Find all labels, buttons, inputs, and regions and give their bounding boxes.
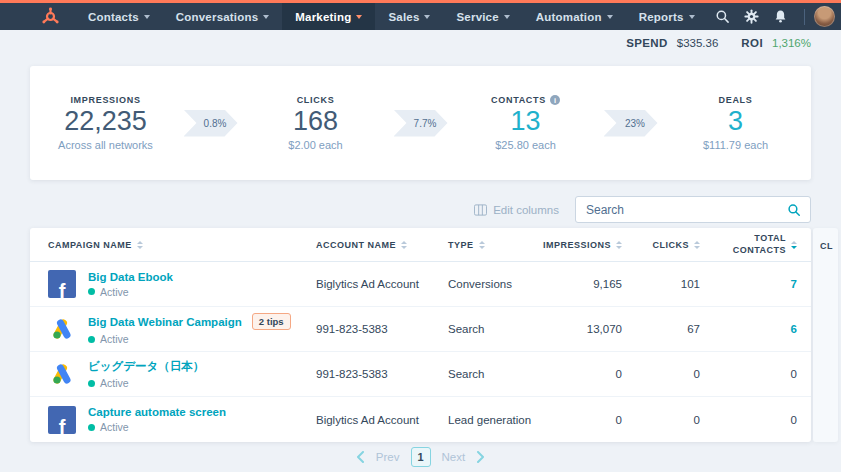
metric-label-text: CONTACTS bbox=[491, 95, 546, 105]
metric-value: 13 bbox=[457, 106, 595, 137]
nav-label: Marketing bbox=[295, 11, 351, 23]
conversion-arrow: 7.7% bbox=[394, 110, 448, 137]
column-header-campaign-name[interactable]: CAMPAIGN NAME bbox=[30, 240, 298, 250]
impressions-cell: 13,070 bbox=[542, 323, 636, 335]
account-name-cell: 991-823-5383 bbox=[298, 323, 430, 335]
chevron-right-icon bbox=[476, 451, 485, 463]
bell-icon bbox=[773, 9, 788, 24]
search-icon bbox=[715, 9, 730, 24]
clicks-cell: 0 bbox=[636, 414, 714, 426]
total-contacts-link[interactable]: 7 bbox=[714, 278, 811, 290]
spend-roi-summary: SPEND $335.36 ROI 1,316% bbox=[626, 37, 811, 49]
table-search bbox=[575, 196, 811, 223]
metric-contacts: CONTACTSi 13 $25.80 each bbox=[457, 95, 595, 151]
nav-label: Reports bbox=[639, 11, 684, 23]
status-dot-icon bbox=[88, 424, 95, 431]
nav-item-marketing[interactable]: Marketing bbox=[282, 3, 375, 30]
campaign-cell: ビッグデータ（日本） Active bbox=[30, 359, 298, 389]
nav-item-conversations[interactable]: Conversations bbox=[163, 3, 282, 30]
account-name-cell: Biglytics Ad Account bbox=[298, 278, 430, 290]
total-contacts-link[interactable]: 6 bbox=[714, 323, 811, 335]
nav-item-service[interactable]: Service bbox=[443, 3, 522, 30]
notifications-button[interactable] bbox=[766, 3, 795, 30]
nav-label: Automation bbox=[536, 11, 602, 23]
metric-subtext: $111.79 each bbox=[667, 139, 805, 151]
chevron-left-icon bbox=[356, 451, 365, 463]
info-icon[interactable]: i bbox=[550, 95, 560, 105]
cut-off-column: CL bbox=[813, 228, 838, 442]
chevron-down-icon bbox=[263, 15, 269, 19]
column-label: CAMPAIGN NAME bbox=[48, 240, 132, 250]
sort-icon bbox=[479, 241, 485, 249]
google-ads-icon bbox=[48, 361, 76, 387]
prev-page-chevron[interactable] bbox=[356, 451, 365, 463]
table-toolbar: Edit columns bbox=[474, 196, 811, 223]
metric-label: CLICKS bbox=[247, 95, 385, 105]
account-name-cell: 991-823-5383 bbox=[298, 368, 430, 380]
spend-value: $335.36 bbox=[677, 37, 719, 49]
campaign-status: Active bbox=[88, 286, 173, 298]
edit-columns-button[interactable]: Edit columns bbox=[474, 204, 559, 216]
top-navigation: Contacts Conversations Marketing Sales S… bbox=[0, 0, 841, 30]
nav-item-contacts[interactable]: Contacts bbox=[75, 3, 163, 30]
current-page-button[interactable]: 1 bbox=[411, 447, 431, 467]
column-header-account-name[interactable]: ACCOUNT NAME bbox=[298, 240, 430, 250]
campaign-cell: f Capture automate screen Active bbox=[30, 406, 298, 434]
total-contacts-cell: 0 bbox=[714, 414, 811, 426]
tips-badge[interactable]: 2 tips bbox=[252, 313, 291, 330]
nav-item-automation[interactable]: Automation bbox=[523, 3, 626, 30]
cut-off-column-header: CL bbox=[820, 241, 835, 251]
type-cell: Search bbox=[430, 323, 542, 335]
prev-page-button[interactable]: Prev bbox=[376, 451, 400, 463]
nav-search-button[interactable] bbox=[708, 3, 737, 30]
column-label: CLICKS bbox=[653, 240, 690, 250]
column-header-impressions[interactable]: IMPRESSIONS bbox=[542, 240, 636, 250]
gear-icon bbox=[744, 9, 759, 24]
campaign-name-link[interactable]: ビッグデータ（日本） bbox=[88, 359, 204, 374]
nav-utilities: biglytics.net bbox=[708, 3, 841, 30]
type-cell: Search bbox=[430, 368, 542, 380]
chevron-down-icon bbox=[504, 15, 510, 19]
hubspot-logo[interactable] bbox=[40, 6, 61, 27]
table-row: f Capture automate screen Active Biglyti… bbox=[30, 397, 811, 442]
clicks-cell: 67 bbox=[636, 323, 714, 335]
nav-label: Conversations bbox=[176, 11, 258, 23]
column-header-clicks[interactable]: CLICKS bbox=[636, 240, 714, 250]
campaign-name-link[interactable]: Big Data Ebook bbox=[88, 271, 173, 283]
status-dot-icon bbox=[88, 380, 95, 387]
metric-label: DEALS bbox=[667, 95, 805, 105]
metric-deals: DEALS 3 $111.79 each bbox=[667, 95, 805, 151]
facebook-icon: f bbox=[48, 406, 76, 434]
metric-value: 168 bbox=[247, 106, 385, 137]
primary-nav: Contacts Conversations Marketing Sales S… bbox=[75, 3, 708, 30]
next-page-button[interactable]: Next bbox=[442, 451, 466, 463]
metric-subtext: $2.00 each bbox=[247, 139, 385, 151]
nav-item-reports[interactable]: Reports bbox=[626, 3, 708, 30]
impressions-cell: 0 bbox=[542, 414, 636, 426]
nav-item-sales[interactable]: Sales bbox=[375, 3, 443, 30]
status-dot-icon bbox=[88, 336, 95, 343]
pagination: Prev 1 Next bbox=[0, 447, 841, 467]
column-label: ACCOUNT NAME bbox=[316, 240, 396, 250]
nav-label: Contacts bbox=[88, 11, 139, 23]
campaign-name-link[interactable]: Big Data Webinar Campaign bbox=[88, 316, 242, 328]
campaign-name-link[interactable]: Capture automate screen bbox=[88, 406, 226, 418]
settings-button[interactable] bbox=[737, 3, 766, 30]
account-menu[interactable]: biglytics.net bbox=[814, 6, 841, 27]
sort-icon bbox=[401, 241, 407, 249]
campaign-status: Active bbox=[88, 377, 204, 389]
next-page-chevron[interactable] bbox=[476, 451, 485, 463]
column-header-type[interactable]: TYPE bbox=[430, 240, 542, 250]
campaign-cell: Big Data Webinar Campaign 2 tips Active bbox=[30, 313, 298, 345]
clicks-cell: 0 bbox=[636, 368, 714, 380]
column-header-total-contacts[interactable]: TOTAL CONTACTS bbox=[714, 233, 811, 256]
metric-label: IMPRESSIONS bbox=[37, 95, 175, 105]
clicks-cell: 101 bbox=[636, 278, 714, 290]
search-icon[interactable] bbox=[787, 203, 801, 217]
metric-value: 22,235 bbox=[37, 106, 175, 137]
type-cell: Lead generation bbox=[430, 414, 542, 426]
campaigns-table: CAMPAIGN NAME ACCOUNT NAME TYPE IMPRESSI… bbox=[30, 228, 811, 442]
status-label: Active bbox=[100, 333, 129, 345]
search-input[interactable] bbox=[586, 203, 787, 217]
metric-label: CONTACTSi bbox=[457, 95, 595, 105]
